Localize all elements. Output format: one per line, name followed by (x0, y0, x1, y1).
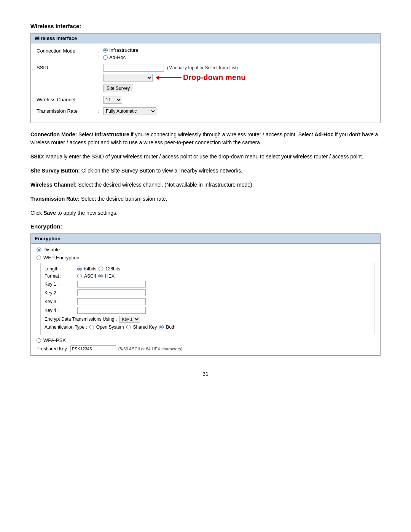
ssid-row2: Drop-down menu (103, 73, 374, 82)
wireless-channel-label: Wireless Channel (37, 96, 97, 102)
preshared-key-hint: (8-63 ASCII or 64 HEX characters) (118, 347, 183, 351)
connection-mode-control: Infrastructure Ad-Hoc (103, 47, 374, 60)
wireless-interface-box: Wireless Interface Connection Mode : Inf… (30, 33, 381, 123)
ssid-desc-text: Manually enter the SSID of your wireless… (46, 153, 363, 160)
key3-input[interactable] (77, 298, 146, 305)
hex-radio[interactable] (98, 274, 103, 278)
save-note-text2: to apply the new settings. (57, 210, 118, 216)
length-row: Length : 64bits 128bits (45, 266, 370, 272)
key1-label: Key 1 : (45, 281, 75, 287)
ascii-radio[interactable] (77, 274, 82, 278)
arrow-line (156, 76, 182, 80)
bits128-label: 128bits (105, 266, 120, 272)
disable-radio[interactable] (37, 248, 41, 252)
site-survey-desc-text: Click on the Site Survey Button to view … (81, 168, 242, 174)
disable-row: Disable (37, 247, 374, 252)
transmission-rate-desc: Transmission Rate: Select the desired tr… (30, 195, 381, 203)
connection-mode-label: Connection Mode (37, 47, 97, 54)
wep-radio[interactable] (37, 256, 41, 260)
auth-type-row: Authentication Type : Open System Shared… (45, 324, 370, 330)
save-note: Click Save to apply the new settings. (30, 209, 381, 217)
ssid-dropdown[interactable] (103, 74, 153, 81)
encryption-box: Encryption Disable WEP Encryption Length… (30, 233, 381, 356)
transmission-rate-row: Transmission Rate : Fully Automatic (37, 107, 374, 115)
arrow-shaft (159, 77, 182, 78)
key2-input[interactable] (77, 289, 146, 296)
key4-row: Key 4 : (45, 307, 370, 314)
both-label: Both (166, 324, 175, 330)
infrastructure-radio-item[interactable]: Infrastructure (103, 47, 374, 53)
ssid-desc-bold: SSID: (30, 153, 45, 160)
connection-mode-desc-bold: Connection Mode: (30, 131, 77, 137)
save-note-bold: Save (43, 210, 56, 216)
page-number: 31 (202, 371, 209, 377)
disable-label: Disable (43, 247, 60, 252)
arrow-head (156, 76, 159, 80)
bits128-radio[interactable] (99, 267, 103, 271)
key1-row: Key 1 : (45, 281, 370, 288)
key4-label: Key 4 : (45, 308, 75, 313)
transmission-rate-desc-text: Select the desired transmission rate. (81, 196, 167, 202)
connection-mode-desc-text2: if you're connecting wirelessly through … (131, 131, 315, 137)
wpa-section: WPA-PSK Preshared Key: (8-63 ASCII or 64… (37, 337, 374, 352)
channel-select[interactable]: 11 (103, 96, 122, 104)
ssid-row: SSID : (Manually Input or Select from Li… (37, 64, 374, 92)
bits64-radio[interactable] (77, 267, 82, 271)
wireless-channel-desc-bold: Wireless Channel: (30, 182, 76, 188)
key-select[interactable]: Key 1 (119, 316, 140, 323)
site-survey-btn-wrapper: Site Survey (103, 83, 374, 92)
encrypt-using-label: Encrypt Data Transmissions Using : (45, 316, 117, 322)
key4-input[interactable] (77, 307, 146, 314)
adhoc-label: Ad-Hoc (109, 54, 126, 60)
site-survey-button[interactable]: Site Survey (103, 85, 133, 92)
ssid-input[interactable] (103, 64, 164, 72)
key1-input[interactable] (77, 281, 146, 288)
save-note-text: Click (30, 210, 43, 216)
connection-mode-desc-text: Select (78, 131, 95, 137)
transmission-rate-control: Fully Automatic (103, 107, 374, 115)
key2-row: Key 2 : (45, 289, 370, 296)
wireless-channel-desc-text: Select the desired wireless channel. (No… (78, 182, 253, 188)
connection-mode-colon: : (97, 47, 103, 54)
open-system-label: Open System (96, 324, 124, 330)
wireless-interface-box-body: Connection Mode : Infrastructure Ad-Hoc … (31, 43, 380, 123)
shared-key-label: Shared Key (133, 324, 157, 330)
ssid-row1: (Manually Input or Select from List) (103, 64, 374, 72)
transmission-rate-select[interactable]: Fully Automatic (103, 107, 156, 115)
key3-row: Key 3 : (45, 298, 370, 305)
ssid-colon: : (97, 64, 103, 70)
key3-label: Key 3 : (45, 299, 75, 304)
shared-key-radio[interactable] (126, 325, 131, 329)
connection-mode-desc: Connection Mode: Select Infrastructure i… (30, 131, 381, 147)
preshared-key-input[interactable] (70, 345, 116, 352)
infrastructure-radio-dot[interactable] (103, 48, 108, 53)
wpa-radio[interactable] (37, 338, 41, 343)
adhoc-radio-item[interactable]: Ad-Hoc (103, 54, 374, 60)
dropdown-annotation: Drop-down menu (156, 73, 245, 82)
ssid-hint: (Manually Input or Select from List) (167, 65, 238, 70)
infrastructure-label: Infrastructure (109, 47, 139, 53)
wireless-channel-control: 11 (103, 96, 374, 104)
ssid-control: (Manually Input or Select from List) (103, 64, 374, 92)
open-system-radio[interactable] (89, 325, 94, 329)
both-radio[interactable] (159, 325, 164, 329)
format-row: Format : ASCII HEX (45, 273, 370, 279)
page-footer: 31 (30, 371, 381, 377)
key2-label: Key 2 : (45, 290, 75, 296)
encryption-section: Encryption: Encryption Disable WEP Encry… (30, 223, 381, 356)
encryption-box-body: Disable WEP Encryption Length : 64bits 1… (31, 244, 380, 355)
transmission-rate-desc-bold: Transmission Rate: (30, 196, 80, 202)
adhoc-desc-bold: Ad-Hoc (315, 131, 334, 137)
ssid-label: SSID (37, 64, 97, 70)
encryption-box-header: Encryption (31, 234, 380, 244)
adhoc-radio-dot[interactable] (103, 55, 108, 60)
wireless-interface-box-header: Wireless Interface (31, 34, 380, 43)
format-label: Format : (45, 273, 75, 279)
wep-row: WEP Encryption (37, 255, 374, 260)
ssid-desc: SSID: Manually enter the SSID of your wi… (30, 153, 381, 161)
encrypt-using-row: Encrypt Data Transmissions Using : Key 1 (45, 316, 370, 323)
hex-label: HEX (105, 273, 115, 279)
wireless-channel-desc: Wireless Channel: Select the desired wir… (30, 181, 381, 189)
wireless-interface-section: Wireless Interface: Wireless Interface C… (30, 23, 381, 217)
wep-label: WEP Encryption (43, 255, 79, 260)
